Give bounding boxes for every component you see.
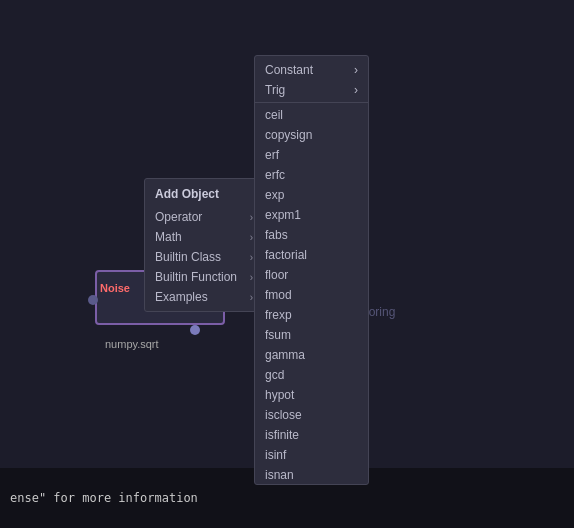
submenu-item-trig-label: Trig xyxy=(265,83,285,97)
submenu-item-expm1[interactable]: expm1 xyxy=(255,205,368,225)
submenu: Constant › Trig › ceil copysign erf erfc… xyxy=(254,55,369,485)
menu-item-builtin-class[interactable]: Builtin Class › xyxy=(145,247,263,267)
node-label: Noise xyxy=(100,282,130,294)
submenu-item-isnan[interactable]: isnan xyxy=(255,465,368,485)
arrow-icon: › xyxy=(250,232,253,243)
submenu-item-erf[interactable]: erf xyxy=(255,145,368,165)
menu-item-math[interactable]: Math › xyxy=(145,227,263,247)
node-sublabel: numpy.sqrt xyxy=(105,338,159,350)
arrow-icon: › xyxy=(354,83,358,97)
arrow-icon: › xyxy=(250,252,253,263)
submenu-item-copysign[interactable]: copysign xyxy=(255,125,368,145)
menu-item-examples-label: Examples xyxy=(155,290,208,304)
submenu-item-ceil[interactable]: ceil xyxy=(255,105,368,125)
submenu-item-frexp[interactable]: frexp xyxy=(255,305,368,325)
submenu-item-fsum[interactable]: fsum xyxy=(255,325,368,345)
menu-item-builtin-function-label: Builtin Function xyxy=(155,270,237,284)
submenu-item-fabs[interactable]: fabs xyxy=(255,225,368,245)
add-object-menu: Add Object Operator › Math › Builtin Cla… xyxy=(144,178,264,312)
arrow-icon: › xyxy=(250,212,253,223)
submenu-item-exp[interactable]: exp xyxy=(255,185,368,205)
submenu-item-isinf[interactable]: isinf xyxy=(255,445,368,465)
submenu-item-gamma[interactable]: gamma xyxy=(255,345,368,365)
connector-left[interactable] xyxy=(88,295,98,305)
arrow-icon: › xyxy=(250,272,253,283)
submenu-divider xyxy=(255,102,368,103)
menu-header: Add Object xyxy=(145,183,263,207)
menu-item-operator[interactable]: Operator › xyxy=(145,207,263,227)
menu-item-builtin-class-label: Builtin Class xyxy=(155,250,221,264)
menu-item-math-label: Math xyxy=(155,230,182,244)
submenu-item-isclose[interactable]: isclose xyxy=(255,405,368,425)
submenu-item-floor[interactable]: floor xyxy=(255,265,368,285)
submenu-item-isfinite[interactable]: isfinite xyxy=(255,425,368,445)
submenu-item-erfc[interactable]: erfc xyxy=(255,165,368,185)
submenu-item-trig[interactable]: Trig › xyxy=(255,80,368,100)
submenu-item-hypot[interactable]: hypot xyxy=(255,385,368,405)
connector-bottom[interactable] xyxy=(190,325,200,335)
submenu-item-fmod[interactable]: fmod xyxy=(255,285,368,305)
submenu-item-constant[interactable]: Constant › xyxy=(255,60,368,80)
arrow-icon: › xyxy=(250,292,253,303)
menu-item-operator-label: Operator xyxy=(155,210,202,224)
menu-item-builtin-function[interactable]: Builtin Function › xyxy=(145,267,263,287)
arrow-icon: › xyxy=(354,63,358,77)
console-text: ense" for more information xyxy=(10,491,198,505)
submenu-item-gcd[interactable]: gcd xyxy=(255,365,368,385)
menu-item-examples[interactable]: Examples › xyxy=(145,287,263,307)
submenu-item-factorial[interactable]: factorial xyxy=(255,245,368,265)
submenu-item-constant-label: Constant xyxy=(265,63,313,77)
